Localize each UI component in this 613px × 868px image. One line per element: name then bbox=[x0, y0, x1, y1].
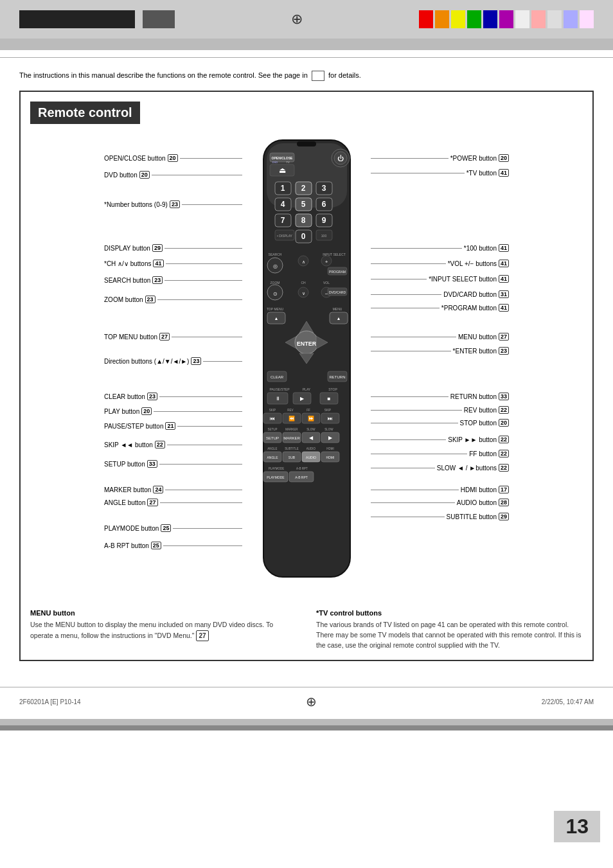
svg-text:6: 6 bbox=[321, 200, 326, 209]
svg-text:PAUSE/STEP: PAUSE/STEP bbox=[269, 387, 290, 391]
label-vol: *VOL +/− buttons 41 bbox=[371, 260, 509, 267]
svg-text:8: 8 bbox=[301, 216, 305, 225]
label-top-menu: TOP MENU button 27 bbox=[104, 333, 242, 341]
svg-text:VOL: VOL bbox=[323, 281, 329, 285]
svg-text:PLAYMODE: PLAYMODE bbox=[268, 467, 284, 470]
desc-menu-text: Use the MENU button to display the menu … bbox=[30, 620, 297, 641]
label-audio: AUDIO button 28 bbox=[371, 499, 509, 506]
page-number-badge: 13 bbox=[554, 811, 600, 842]
label-angle: ANGLE button 27 bbox=[104, 499, 242, 506]
label-subtitle: SUBTITLE button 29 bbox=[371, 513, 509, 520]
svg-text:2: 2 bbox=[301, 184, 305, 193]
label-power: *POWER button 20 bbox=[371, 154, 509, 162]
label-number: *Number buttons (0-9) 23 bbox=[104, 200, 242, 208]
svg-text:MENU: MENU bbox=[332, 307, 342, 311]
svg-text:• DISPLAY: • DISPLAY bbox=[277, 234, 293, 238]
labels-left: OPEN/CLOSE button 20 DVD button 20 *Numb… bbox=[104, 134, 242, 583]
label-play: PLAY button 20 bbox=[104, 407, 242, 415]
label-marker: MARKER button 24 bbox=[104, 486, 242, 493]
svg-text:0: 0 bbox=[301, 232, 305, 241]
svg-text:∨: ∨ bbox=[301, 291, 305, 296]
svg-text:MARKER: MARKER bbox=[285, 428, 298, 431]
svg-text:MARKER: MARKER bbox=[283, 436, 300, 440]
svg-text:STOP: STOP bbox=[328, 387, 337, 391]
svg-text:1: 1 bbox=[280, 184, 285, 193]
label-dvd: DVD button 20 bbox=[104, 171, 242, 179]
svg-text:AUDIO: AUDIO bbox=[306, 456, 316, 459]
bottom-dark-bar bbox=[0, 725, 613, 731]
svg-text:⊙: ⊙ bbox=[272, 291, 277, 297]
remote-svg-container: OPEN/CLOSE DVD TV ⏻ ⏏ 1 2 bbox=[242, 134, 371, 590]
svg-text:TOP MENU: TOP MENU bbox=[266, 307, 283, 311]
page-footer: 2F60201A [E] P10-14 ⊕ 2/22/05, 10:47 AM bbox=[0, 687, 613, 716]
svg-text:REV: REV bbox=[287, 409, 293, 412]
label-program: *PROGRAM button 41 bbox=[371, 304, 509, 312]
svg-text:5: 5 bbox=[301, 200, 305, 209]
label-enter: *ENTER button 23 bbox=[371, 347, 509, 355]
label-setup: SETUP button 33 bbox=[104, 460, 242, 468]
svg-text:⏸: ⏸ bbox=[275, 396, 280, 402]
labels-right: *POWER button 20 *TV button 41 *100 butt… bbox=[371, 134, 509, 583]
footer-right: 2/22/05, 10:47 AM bbox=[542, 698, 594, 705]
label-pause: PAUSE/STEP button 21 bbox=[104, 422, 242, 430]
svg-text:ZOOM: ZOOM bbox=[270, 281, 280, 285]
label-playmode: PLAYMODE button 25 bbox=[104, 524, 242, 532]
label-clear: CLEAR button 23 bbox=[104, 393, 242, 400]
label-display: DISPLAY button 29 bbox=[104, 244, 242, 252]
svg-text:PROGRAM: PROGRAM bbox=[329, 270, 346, 274]
svg-text:SLOW: SLOW bbox=[324, 428, 333, 431]
label-menu: MENU button 27 bbox=[371, 333, 509, 341]
svg-text:CLEAR: CLEAR bbox=[270, 375, 283, 379]
label-hdmi: HDMI button 17 bbox=[371, 486, 509, 493]
label-skip-right: SKIP ►► button 22 bbox=[371, 436, 509, 443]
label-skip-left: SKIP ◄◄ button 22 bbox=[104, 441, 242, 448]
bottom-gray-bar bbox=[0, 719, 613, 725]
svg-text:▶: ▶ bbox=[300, 396, 305, 402]
footer-left: 2F60201A [E] P10-14 bbox=[19, 698, 81, 705]
svg-text:⏩: ⏩ bbox=[308, 415, 314, 421]
intro-text: The instructions in this manual describe… bbox=[19, 71, 594, 81]
svg-text:◎: ◎ bbox=[272, 263, 277, 269]
desc-menu-badge: 27 bbox=[196, 630, 208, 641]
label-open-close: OPEN/CLOSE button 20 bbox=[104, 154, 242, 162]
svg-text:▲: ▲ bbox=[336, 316, 341, 321]
desc-menu: MENU button Use the MENU button to displ… bbox=[30, 609, 297, 650]
desc-tv-text: The various brands of TV listed on page … bbox=[316, 620, 583, 650]
svg-text:SETUP: SETUP bbox=[265, 436, 278, 440]
svg-text:SKIP: SKIP bbox=[269, 409, 275, 412]
label-100: *100 button 41 bbox=[371, 244, 509, 252]
top-bar: ⊕ bbox=[0, 0, 613, 39]
svg-text:PLAYMODE: PLAYMODE bbox=[267, 475, 285, 479]
svg-text:SUB: SUB bbox=[288, 456, 295, 459]
section-title: Remote control bbox=[30, 102, 140, 124]
svg-text:⏏: ⏏ bbox=[278, 166, 285, 175]
svg-text:▶: ▶ bbox=[328, 435, 333, 441]
svg-text:ANGLE: ANGLE bbox=[267, 447, 277, 450]
diagram-box: Remote control OPEN/CLOSE button 20 DVD … bbox=[19, 91, 594, 661]
white-band bbox=[0, 50, 613, 58]
label-input-select: *INPUT SELECT button 41 bbox=[371, 275, 509, 283]
label-direction: Direction buttons (▲/▼/◄/►) 23 bbox=[104, 357, 242, 365]
svg-text:■: ■ bbox=[327, 396, 330, 402]
svg-text:PLAY: PLAY bbox=[302, 387, 310, 391]
label-rev: REV button 22 bbox=[371, 406, 509, 414]
svg-text:ENTER: ENTER bbox=[296, 341, 316, 347]
svg-text:100: 100 bbox=[321, 234, 326, 238]
page-content: The instructions in this manual describe… bbox=[0, 58, 613, 674]
svg-text:9: 9 bbox=[321, 216, 326, 225]
svg-text:SLOW: SLOW bbox=[306, 428, 315, 431]
svg-text:OPEN/CLOSE: OPEN/CLOSE bbox=[271, 156, 292, 160]
svg-text:SEARCH: SEARCH bbox=[268, 252, 281, 256]
label-stop: STOP button 20 bbox=[371, 419, 509, 427]
svg-text:⏭: ⏭ bbox=[328, 416, 333, 421]
svg-text:DVD/CARD: DVD/CARD bbox=[328, 290, 346, 294]
svg-text:SKIP: SKIP bbox=[324, 409, 330, 412]
remote-svg: OPEN/CLOSE DVD TV ⏻ ⏏ 1 2 bbox=[244, 134, 369, 590]
svg-text:⏮: ⏮ bbox=[270, 416, 275, 421]
svg-text:SETUP: SETUP bbox=[267, 428, 277, 431]
page-box-ref bbox=[312, 71, 324, 81]
label-slow: SLOW ◄ / ►buttons 22 bbox=[371, 464, 509, 472]
svg-text:FF: FF bbox=[306, 409, 310, 412]
svg-text:3: 3 bbox=[321, 184, 326, 193]
svg-rect-2 bbox=[297, 141, 316, 146]
